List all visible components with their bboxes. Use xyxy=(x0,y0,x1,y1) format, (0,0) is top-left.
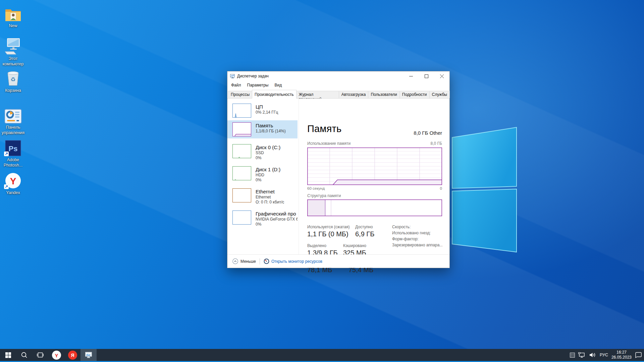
stat-value: 1,1 ГБ (0 МБ) xyxy=(307,230,348,238)
shortcut-arrow-icon xyxy=(4,184,9,189)
svg-text:♻: ♻ xyxy=(10,76,15,83)
ethernet-thumbnail-chart xyxy=(232,188,251,202)
sidebar-item-ethernet[interactable]: Ethernet Ethernet О: 0 П: 0 кбит/с xyxy=(227,186,298,207)
desktop-icon-recycle-bin[interactable]: ♻ Корзина xyxy=(0,68,26,93)
yandex-browser-icon: Y xyxy=(52,351,61,360)
desktop-icon-this-pc[interactable]: Этот компьютер xyxy=(0,36,26,67)
svg-text:Ps: Ps xyxy=(9,144,18,153)
memory-usage-chart xyxy=(307,147,442,185)
yandex-app-icon: Я xyxy=(68,351,77,360)
tab-users[interactable]: Пользователи xyxy=(368,91,399,98)
windows-logo-wallpaper xyxy=(449,122,520,256)
sidebar-item-memory[interactable]: Память 1,1/8,0 ГБ (14%) xyxy=(227,120,298,138)
user-folder-icon xyxy=(4,7,22,22)
search-button[interactable] xyxy=(16,349,32,361)
cpu-thumbnail-chart xyxy=(232,104,251,118)
tab-details[interactable]: Подробности xyxy=(399,91,430,98)
usage-chart-caption: Использование памяти 8,0 ГБ xyxy=(307,141,442,146)
gpu-thumbnail-chart xyxy=(232,210,251,225)
tab-startup[interactable]: Автозагрузка xyxy=(339,91,369,98)
desktop-icon-label: Yandex xyxy=(0,190,26,195)
taskbar: Y Я xyxy=(0,349,644,361)
recycle-bin-icon: ♻ xyxy=(5,69,21,87)
memory-thumbnail-chart xyxy=(232,122,251,136)
svg-text:Я: Я xyxy=(71,353,74,358)
menu-file[interactable]: Файл xyxy=(228,81,244,89)
tab-performance[interactable]: Производительность xyxy=(252,90,296,99)
task-view-button[interactable] xyxy=(32,349,48,361)
window-title: Диспетчер задач xyxy=(237,74,403,78)
desktop-icon-label: Adobe Photosh... xyxy=(0,157,26,168)
clock[interactable]: 16:27 26.05.2023 xyxy=(611,350,632,360)
desktop-icon-label: New xyxy=(0,23,26,28)
stat-label: Выделено xyxy=(307,243,326,248)
svg-text:Y: Y xyxy=(10,176,16,186)
tab-app-history[interactable]: Журнал приложений xyxy=(296,91,339,98)
taskbar-yandex-browser[interactable]: Y xyxy=(48,349,64,361)
sidebar-item-disk-0[interactable]: Диск 0 (C:) SSD 0% xyxy=(227,142,298,163)
disk1-thumbnail-chart xyxy=(232,166,251,180)
control-panel-icon xyxy=(4,109,22,124)
sidebar-item-gpu[interactable]: Графический про NVIDIA GeForce GTX 660 0… xyxy=(227,208,298,229)
chevron-up-circle-icon xyxy=(232,258,238,264)
desktop-wallpaper: New Этот компьютер ♻ Корзина xyxy=(0,0,644,362)
search-icon xyxy=(21,352,28,358)
desktop-icon-new-folder[interactable]: New xyxy=(0,3,26,28)
less-details-button[interactable]: Меньше xyxy=(232,258,256,264)
usage-x-left-label: 60 секунд xyxy=(307,186,325,190)
shortcut-arrow-icon xyxy=(4,152,9,156)
windows-start-icon xyxy=(5,352,11,358)
network-icon[interactable] xyxy=(578,352,586,358)
sidebar-item-cpu[interactable]: ЦП 0% 2,14 ГГц xyxy=(227,102,298,120)
usage-chart-max-label: 8,0 ГБ xyxy=(431,141,442,146)
taskbar-yandex-app[interactable]: Я xyxy=(64,349,80,361)
stat-label: Кэшировано xyxy=(343,243,366,248)
stat-value: 6,9 ГБ xyxy=(355,230,374,238)
title-bar[interactable]: Диспетчер задач xyxy=(227,71,449,81)
desktop-icon-label: Панель управления xyxy=(0,125,26,135)
tray-time: 16:27 xyxy=(611,350,632,355)
resource-monitor-icon xyxy=(264,258,269,264)
taskbar-task-manager[interactable] xyxy=(80,349,97,361)
window-footer: Меньше Открыть монитор ресурсов xyxy=(227,254,449,268)
volume-icon[interactable] xyxy=(589,352,596,358)
maximize-button[interactable] xyxy=(419,71,434,81)
action-center-icon[interactable] xyxy=(635,352,642,358)
task-manager-app-icon xyxy=(230,74,235,79)
sidebar-item-disk-1[interactable]: Диск 1 (D:) HDD 0% xyxy=(227,164,298,185)
page-title: Память xyxy=(307,123,341,134)
tab-strip: Процессы Производительность Журнал прило… xyxy=(227,89,449,99)
desktop-icon-yandex[interactable]: Y Yandex xyxy=(0,170,26,195)
desktop-icon-control-panel[interactable]: Панель управления xyxy=(0,105,26,135)
stat-label: Используется (сжатая) xyxy=(307,225,350,229)
language-indicator[interactable]: РУС xyxy=(600,353,608,357)
desktop-icon-label: Корзина xyxy=(0,88,26,93)
composition-caption: Структура памяти xyxy=(307,193,442,198)
start-button[interactable] xyxy=(0,349,16,361)
hardware-details: Скорость: Использовано гнезд: Форм-факто… xyxy=(392,224,442,248)
computer-icon xyxy=(4,38,22,55)
stat-label: Доступно xyxy=(355,225,373,229)
tray-date: 26.05.2023 xyxy=(611,355,632,360)
performance-sidebar: ЦП 0% 2,14 ГГц Память 1,1/8,0 ГБ (14%) xyxy=(227,99,299,254)
task-manager-window: Диспетчер задач Файл Параметры Вид Проце… xyxy=(227,71,450,268)
tab-processes[interactable]: Процессы xyxy=(228,91,252,98)
usage-x-right-label: 0 xyxy=(440,186,442,190)
footer-divider xyxy=(260,258,260,264)
minimize-button[interactable] xyxy=(403,71,419,81)
close-button[interactable] xyxy=(434,71,449,81)
open-resource-monitor-link[interactable]: Открыть монитор ресурсов xyxy=(264,258,322,264)
svg-text:Y: Y xyxy=(55,352,58,358)
disk0-thumbnail-chart xyxy=(232,144,251,158)
task-manager-taskbar-icon xyxy=(85,351,93,359)
memory-capacity: 8,0 ГБ Other xyxy=(414,130,442,136)
memory-panel: Память 8,0 ГБ Other Использование памяти… xyxy=(307,99,442,254)
menu-view[interactable]: Вид xyxy=(271,81,285,89)
desktop-icon-photoshop[interactable]: Ps Adobe Photosh... xyxy=(0,137,26,168)
touch-keyboard-icon[interactable] xyxy=(570,353,575,358)
tab-services[interactable]: Службы xyxy=(429,91,450,98)
menu-options[interactable]: Параметры xyxy=(244,81,272,89)
memory-composition-bar[interactable] xyxy=(307,199,442,216)
system-tray: РУС 16:27 26.05.2023 xyxy=(570,349,644,361)
performance-tab-content: ЦП 0% 2,14 ГГц Память 1,1/8,0 ГБ (14%) xyxy=(227,99,449,254)
